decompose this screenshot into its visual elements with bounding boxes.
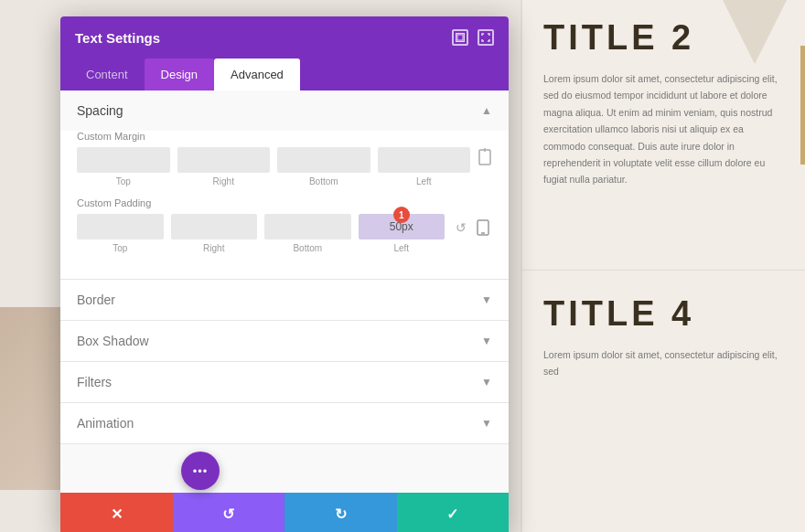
section-border-title: Border bbox=[77, 293, 115, 307]
margin-top-input[interactable] bbox=[77, 147, 170, 173]
filters-chevron: ▼ bbox=[481, 376, 492, 388]
section-filters-title: Filters bbox=[77, 375, 112, 389]
section-animation-title: Animation bbox=[77, 416, 134, 431]
margin-bottom-group: Bottom bbox=[277, 147, 370, 186]
accent-bar bbox=[800, 46, 805, 165]
svg-rect-2 bbox=[479, 150, 490, 165]
margin-right-group: Right bbox=[177, 147, 271, 186]
padding-top-input[interactable] bbox=[77, 214, 164, 239]
undo-button[interactable]: ↺ bbox=[173, 493, 285, 532]
padding-top-label: Top bbox=[113, 243, 127, 253]
margin-bottom-input[interactable] bbox=[277, 147, 370, 173]
tab-design[interactable]: Design bbox=[145, 59, 214, 90]
section-animation-header[interactable]: Animation ▼ bbox=[60, 403, 509, 443]
modal-tabs: Content Design Advanced bbox=[60, 59, 509, 90]
margin-top-group: Top bbox=[77, 147, 170, 186]
custom-padding-group: Custom Padding Top Right Bottom bbox=[77, 197, 492, 253]
custom-margin-label: Custom Margin bbox=[77, 131, 492, 142]
padding-bottom-input[interactable] bbox=[264, 214, 351, 239]
lorem-text-1: Lorem ipsum dolor sit amet, consectetur … bbox=[543, 70, 783, 188]
custom-padding-label: Custom Padding bbox=[77, 197, 492, 208]
section-spacing-header[interactable]: Spacing ▲ bbox=[60, 90, 509, 131]
padding-bottom-label: Bottom bbox=[293, 243, 322, 253]
margin-left-group: Left bbox=[378, 147, 471, 186]
padding-right-label: Right bbox=[203, 243, 224, 253]
floating-menu-dots: ••• bbox=[193, 464, 209, 478]
device-icon[interactable] bbox=[474, 218, 492, 237]
redo-button[interactable]: ↻ bbox=[284, 493, 397, 532]
section-spacing: Spacing ▲ Custom Margin Top Right bbox=[60, 90, 509, 280]
modal-body: Spacing ▲ Custom Margin Top Right bbox=[60, 90, 509, 493]
padding-right-group: Right bbox=[171, 214, 258, 253]
padding-top-group: Top bbox=[77, 214, 164, 253]
page-title-2: TITLE 4 bbox=[543, 294, 783, 334]
border-chevron: ▼ bbox=[481, 293, 492, 306]
expand-icon[interactable] bbox=[478, 29, 494, 46]
margin-right-input[interactable] bbox=[177, 147, 271, 173]
reset-padding-icon[interactable]: ↺ bbox=[452, 218, 470, 237]
floating-menu-button[interactable]: ••• bbox=[181, 452, 220, 490]
margin-top-label: Top bbox=[116, 176, 131, 186]
modal-title: Text Settings bbox=[75, 30, 160, 46]
tab-advanced[interactable]: Advanced bbox=[214, 59, 300, 90]
spacing-content: Custom Margin Top Right Bottom bbox=[60, 131, 509, 279]
section-border: Border ▼ bbox=[60, 280, 509, 321]
section-filters: Filters ▼ bbox=[60, 362, 509, 403]
margin-bottom-label: Bottom bbox=[309, 176, 338, 186]
section-box-shadow: Box Shadow ▼ bbox=[60, 321, 509, 362]
section-spacing-title: Spacing bbox=[77, 103, 123, 118]
padding-left-label: Left bbox=[393, 243, 409, 253]
box-shadow-chevron: ▼ bbox=[481, 335, 492, 347]
modal-footer: ✕ ↺ ↻ ✓ bbox=[60, 493, 509, 532]
padding-right-input[interactable] bbox=[171, 214, 258, 239]
spacing-chevron-up: ▲ bbox=[481, 104, 492, 117]
animation-chevron: ▼ bbox=[481, 417, 492, 430]
cancel-button[interactable]: ✕ bbox=[60, 493, 173, 532]
svg-rect-1 bbox=[457, 35, 463, 40]
section-filters-header[interactable]: Filters ▼ bbox=[60, 362, 509, 402]
modal-window: Text Settings Content Design Advanced bbox=[60, 16, 509, 532]
fullscreen-icon[interactable] bbox=[452, 29, 468, 46]
margin-right-label: Right bbox=[213, 176, 234, 186]
section-animation: Animation ▼ bbox=[60, 403, 509, 444]
padding-badge: 1 bbox=[393, 207, 410, 223]
save-button[interactable]: ✓ bbox=[397, 493, 510, 532]
modal-header: Text Settings bbox=[60, 16, 509, 59]
margin-left-label: Left bbox=[416, 176, 432, 186]
section-box-shadow-title: Box Shadow bbox=[77, 334, 149, 348]
section-border-header[interactable]: Border ▼ bbox=[60, 280, 509, 320]
lorem-text-2: Lorem ipsum dolor sit amet, consectetur … bbox=[543, 346, 783, 380]
padding-left-group: 1 Left bbox=[359, 214, 445, 253]
custom-margin-group: Custom Margin Top Right Bottom bbox=[77, 131, 492, 186]
margin-left-input[interactable] bbox=[378, 147, 471, 173]
padding-bottom-group: Bottom bbox=[264, 214, 351, 253]
tab-content[interactable]: Content bbox=[70, 59, 145, 90]
section-box-shadow-header[interactable]: Box Shadow ▼ bbox=[60, 321, 509, 361]
